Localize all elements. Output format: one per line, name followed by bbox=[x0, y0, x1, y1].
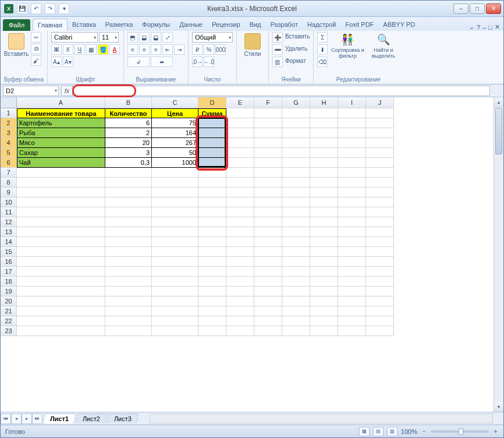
cell-I9[interactable] bbox=[338, 188, 366, 197]
grow-font-button[interactable]: A▴ bbox=[51, 56, 62, 67]
cell-G6[interactable] bbox=[282, 158, 310, 168]
cell-E18[interactable] bbox=[226, 277, 254, 287]
cell-E17[interactable] bbox=[226, 267, 254, 277]
cell-G17[interactable] bbox=[282, 267, 310, 277]
cell-D15[interactable] bbox=[198, 247, 226, 257]
cell-J21[interactable] bbox=[366, 306, 394, 316]
tab-разметка[interactable]: Разметка bbox=[101, 19, 138, 31]
cell-F19[interactable] bbox=[254, 287, 282, 296]
cell-B17[interactable] bbox=[105, 267, 152, 277]
align-bottom-button[interactable]: ⬓ bbox=[151, 32, 161, 43]
cell-C1[interactable]: Цена bbox=[152, 108, 198, 118]
cell-A5[interactable]: Сахар bbox=[17, 148, 105, 158]
cell-B9[interactable] bbox=[105, 188, 152, 197]
scroll-down-button[interactable]: ▾ bbox=[494, 402, 503, 412]
cell-D17[interactable] bbox=[198, 267, 226, 277]
cell-B6[interactable]: 0,3 bbox=[105, 158, 152, 168]
cell-A8[interactable] bbox=[17, 178, 105, 188]
sheet-first-button[interactable]: ⏮ bbox=[1, 414, 11, 424]
font-color-button[interactable]: A bbox=[109, 44, 120, 55]
cell-H9[interactable] bbox=[310, 188, 338, 197]
view-break-button[interactable]: ▧ bbox=[387, 427, 397, 436]
cell-C6[interactable]: 1000 bbox=[152, 158, 198, 168]
cell-J20[interactable] bbox=[366, 296, 394, 306]
cell-B20[interactable] bbox=[105, 296, 152, 306]
cell-G13[interactable] bbox=[282, 227, 310, 237]
cell-F13[interactable] bbox=[254, 227, 282, 237]
cell-H14[interactable] bbox=[310, 237, 338, 247]
cell-J2[interactable] bbox=[366, 118, 394, 128]
cell-J13[interactable] bbox=[366, 227, 394, 237]
cell-I10[interactable] bbox=[338, 197, 366, 207]
cell-F10[interactable] bbox=[254, 197, 282, 207]
sheet-last-button[interactable]: ⏭ bbox=[32, 414, 42, 424]
cell-F14[interactable] bbox=[254, 237, 282, 247]
select-all-corner[interactable] bbox=[1, 97, 17, 108]
cell-G1[interactable] bbox=[282, 108, 310, 118]
cell-J17[interactable] bbox=[366, 267, 394, 277]
undo-icon[interactable]: ↶ bbox=[31, 3, 41, 14]
cell-B4[interactable]: 20 bbox=[105, 138, 152, 148]
row-header-1[interactable]: 1 bbox=[1, 108, 17, 118]
row-header-9[interactable]: 9 bbox=[1, 188, 17, 197]
zoom-in-button[interactable]: ＋ bbox=[492, 427, 499, 436]
cell-E7[interactable] bbox=[226, 168, 254, 178]
cell-I21[interactable] bbox=[338, 306, 366, 316]
cell-E14[interactable] bbox=[226, 237, 254, 247]
fx-button[interactable]: fx bbox=[61, 86, 73, 96]
orientation-button[interactable]: ⤢ bbox=[162, 32, 173, 43]
cell-C13[interactable] bbox=[152, 227, 198, 237]
cell-H7[interactable] bbox=[310, 168, 338, 178]
col-header-D[interactable]: D bbox=[198, 97, 226, 108]
row-header-8[interactable]: 8 bbox=[1, 178, 17, 188]
comma-button[interactable]: 000 bbox=[215, 44, 226, 55]
cell-A7[interactable] bbox=[17, 168, 105, 178]
align-top-button[interactable]: ⬒ bbox=[127, 32, 138, 43]
row-header-14[interactable]: 14 bbox=[1, 237, 17, 247]
cell-H11[interactable] bbox=[310, 207, 338, 217]
cell-G9[interactable] bbox=[282, 188, 310, 197]
font-name-combo[interactable]: Calibri bbox=[51, 32, 98, 43]
cell-G4[interactable] bbox=[282, 138, 310, 148]
tab-file[interactable]: Файл bbox=[3, 19, 30, 31]
cell-G21[interactable] bbox=[282, 306, 310, 316]
cell-E13[interactable] bbox=[226, 227, 254, 237]
horizontal-scrollbar[interactable] bbox=[150, 414, 493, 423]
cell-F9[interactable] bbox=[254, 188, 282, 197]
border-button[interactable]: ▦ bbox=[86, 44, 97, 55]
doc-restore-icon[interactable]: □ bbox=[488, 24, 492, 31]
cell-I7[interactable] bbox=[338, 168, 366, 178]
cell-H17[interactable] bbox=[310, 267, 338, 277]
font-size-combo[interactable]: 11 bbox=[99, 32, 119, 43]
row-header-16[interactable]: 16 bbox=[1, 257, 17, 267]
cell-F8[interactable] bbox=[254, 178, 282, 188]
cell-I11[interactable] bbox=[338, 207, 366, 217]
cell-B16[interactable] bbox=[105, 257, 152, 267]
col-header-B[interactable]: B bbox=[105, 97, 152, 108]
cell-D20[interactable] bbox=[198, 296, 226, 306]
cell-I15[interactable] bbox=[338, 247, 366, 257]
cell-C8[interactable] bbox=[152, 178, 198, 188]
cell-D6[interactable] bbox=[198, 158, 226, 168]
cell-A17[interactable] bbox=[17, 267, 105, 277]
cell-I14[interactable] bbox=[338, 237, 366, 247]
cell-I22[interactable] bbox=[338, 316, 366, 326]
cell-I13[interactable] bbox=[338, 227, 366, 237]
cell-J6[interactable] bbox=[366, 158, 394, 168]
cell-C12[interactable] bbox=[152, 217, 198, 227]
cell-C17[interactable] bbox=[152, 267, 198, 277]
fill-color-button[interactable]: 🪣 bbox=[98, 44, 108, 55]
cell-D11[interactable] bbox=[198, 207, 226, 217]
cell-I18[interactable] bbox=[338, 277, 366, 287]
cell-C4[interactable]: 267 bbox=[152, 138, 198, 148]
view-normal-button[interactable]: ▦ bbox=[359, 427, 370, 436]
cell-G23[interactable] bbox=[282, 326, 310, 336]
cell-H8[interactable] bbox=[310, 178, 338, 188]
cell-A6[interactable]: Чай bbox=[17, 158, 105, 168]
cell-B8[interactable] bbox=[105, 178, 152, 188]
indent-inc-button[interactable]: ⇥ bbox=[174, 44, 184, 55]
cell-D22[interactable] bbox=[198, 316, 226, 326]
cell-A14[interactable] bbox=[17, 237, 105, 247]
cell-B3[interactable]: 2 bbox=[105, 128, 152, 138]
cell-E10[interactable] bbox=[226, 197, 254, 207]
